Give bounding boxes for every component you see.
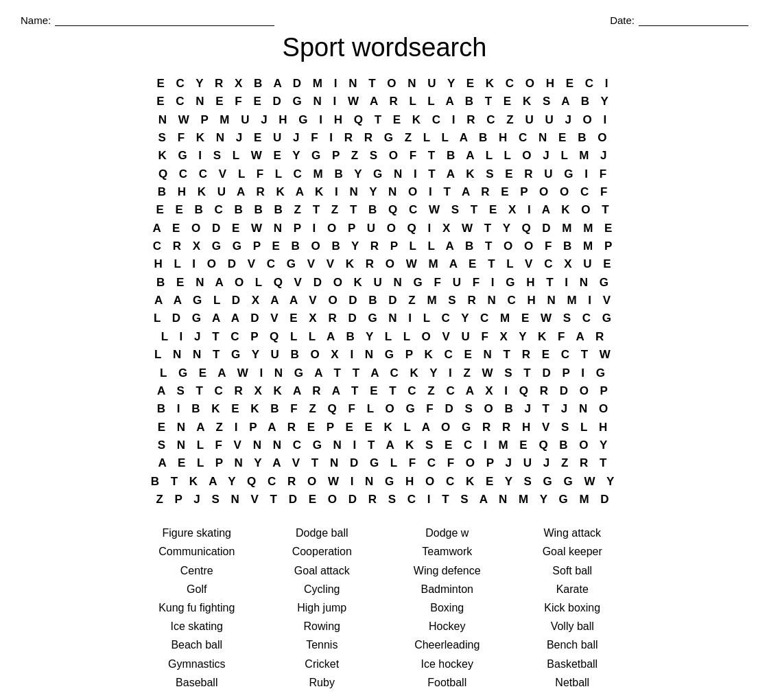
- word-item: Ice skating: [138, 617, 257, 635]
- grid-row: K G I S L W E Y G P Z S O F T B A L L O …: [151, 147, 619, 165]
- word-item: Baseball: [138, 673, 257, 692]
- word-item: Karate: [513, 580, 632, 598]
- word-item: Soft ball: [513, 561, 632, 580]
- date-label: Date:: [610, 14, 635, 26]
- word-item: Dodge w: [388, 524, 507, 542]
- word-item: Cheerleading: [388, 635, 507, 654]
- grid-row: S N L F V N N C G N I T A K S E C I M E …: [151, 436, 619, 454]
- word-list-col4: Wing attackGoal keeperSoft ballKarateKic…: [513, 524, 632, 692]
- word-item: Communication: [138, 542, 257, 561]
- word-item: Wing defence: [388, 561, 507, 580]
- word-item: Figure skating: [138, 524, 257, 542]
- word-item: Golf: [138, 580, 257, 598]
- grid-row: A S T C R X K A R A T E T C Z C A X I Q …: [151, 382, 619, 400]
- word-list-col1: Figure skatingCommunicationCentreGolfKun…: [138, 524, 257, 692]
- word-list-col2: Dodge ballCooperationGoal attackCyclingH…: [263, 524, 381, 692]
- word-item: Basketball: [513, 655, 632, 673]
- word-item: Goal attack: [263, 561, 381, 580]
- word-item: Wing attack: [513, 524, 632, 542]
- grid-row: B H K U A R K A K I N Y N O I T A R E P …: [151, 183, 619, 201]
- word-item: Rowing: [263, 617, 381, 635]
- grid-row: A E O D E W N P I O P U O Q I X W T Y Q …: [151, 220, 619, 237]
- word-item: Volly ball: [513, 617, 632, 635]
- grid-row: Q C C V L F L C M B Y G N I T A K S E R …: [151, 165, 619, 183]
- word-item: Kick boxing: [513, 598, 632, 617]
- grid-row: L I J T C P Q L L A B Y L L O V U F X Y …: [151, 328, 619, 346]
- grid-row: B I B K E K B F Z Q F L O G F D S O B J …: [151, 400, 619, 418]
- grid-row: H L I O D V C G V V K R O W M A E T L V …: [151, 255, 619, 273]
- grid-row: L D G A A D V E X R D G N I L C Y C M E …: [151, 310, 619, 327]
- word-item: Teamwork: [388, 542, 507, 561]
- name-underline: [55, 14, 274, 26]
- word-item: Hockey: [388, 617, 507, 635]
- word-item: Bench ball: [513, 635, 632, 654]
- word-item: Netball: [513, 673, 632, 692]
- grid-row: E N A Z I P A R E P E E K L A O G R R H …: [151, 419, 619, 436]
- word-item: Goal keeper: [513, 542, 632, 561]
- page-title: Sport wordsearch: [21, 33, 748, 62]
- date-field: Date:: [610, 14, 748, 26]
- word-item: Badminton: [388, 580, 507, 598]
- word-item: Tennis: [263, 635, 381, 654]
- grid-row: L N N T G Y U B O X I N G P K C E N T R …: [151, 346, 619, 364]
- grid-row: S F K N J E U J F I R R G Z L L A B H C …: [151, 129, 619, 147]
- word-item: Football: [388, 673, 507, 692]
- word-item: Centre: [138, 561, 257, 580]
- word-item: Ruby: [263, 673, 381, 692]
- name-field: Name:: [21, 14, 274, 26]
- word-item: Cycling: [263, 580, 381, 598]
- grid-row: E C Y R X B A D M I N T O N U Y E K C O …: [151, 75, 619, 93]
- grid-row: N W P M U J H G I H Q T E K C I R C Z U …: [151, 111, 619, 129]
- grid-row: B T K A Y Q C R O W I N G H O C K E Y S …: [151, 473, 619, 491]
- word-item: Dodge ball: [263, 524, 381, 542]
- grid-row: E C N E F E D G N I W A R L L A B T E K …: [151, 93, 619, 110]
- wordsearch-grid: E C Y R X B A D M I N T O N U Y E K C O …: [151, 75, 619, 509]
- grid-row: A A G L D X A A V O D B D Z M S R N C H …: [151, 292, 619, 310]
- grid-row: C R X G G P E B O B Y R P L L A B T O O …: [151, 237, 619, 255]
- wordsearch-grid-container: E C Y R X B A D M I N T O N U Y E K C O …: [21, 75, 748, 509]
- word-item: High jump: [263, 598, 381, 617]
- grid-row: E E B C B B B Z T Z T B Q C W S T E X I …: [151, 201, 619, 219]
- word-item: Gymnastics: [138, 655, 257, 673]
- word-item: Beach ball: [138, 635, 257, 654]
- word-item: Cooperation: [263, 542, 381, 561]
- word-item: Cricket: [263, 655, 381, 673]
- name-label: Name:: [21, 14, 51, 26]
- word-list-col3: Dodge wTeamworkWing defenceBadmintonBoxi…: [388, 524, 507, 692]
- date-underline: [639, 14, 748, 26]
- word-item: Boxing: [388, 598, 507, 617]
- grid-row: B E N A O L Q V D O K U N G F U F I G H …: [151, 274, 619, 292]
- word-item: Ice hockey: [388, 655, 507, 673]
- grid-row: A E L P N Y A V T N D G L F C F O P J U …: [151, 454, 619, 472]
- grid-row: L G E A W I N G A T T A C K Y I Z W S T …: [151, 364, 619, 382]
- header: Name: Date:: [21, 14, 748, 26]
- word-item: Kung fu fighting: [138, 598, 257, 617]
- grid-row: Z P J S N V T D E O D R S C I T S A N M …: [151, 491, 619, 509]
- word-list: Figure skatingCommunicationCentreGolfKun…: [110, 524, 659, 692]
